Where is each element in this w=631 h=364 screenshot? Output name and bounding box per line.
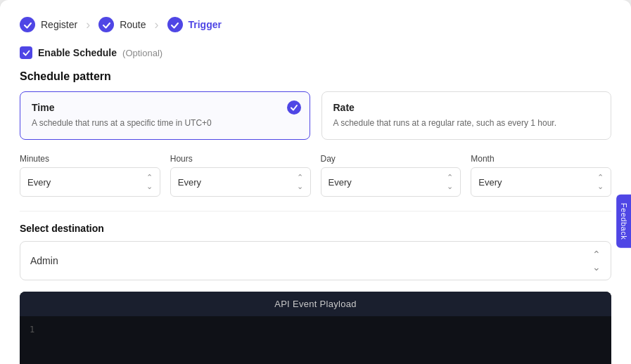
pattern-card-time-check <box>287 100 301 115</box>
enable-schedule-optional: (Optional) <box>122 48 162 58</box>
chevron-hours-icon: ⌃⌄ <box>297 173 303 191</box>
step-trigger-label: Trigger <box>189 19 222 30</box>
field-group-hours: Hours Every ⌃⌄ <box>170 154 311 197</box>
field-select-day[interactable]: Every ⌃⌄ <box>321 167 461 197</box>
step-route-label: Route <box>120 19 146 30</box>
destination-select[interactable]: Admin ⌃ ⌄ <box>20 241 611 280</box>
chevron-minutes-icon: ⌃⌄ <box>146 173 153 191</box>
chevron-day-icon: ⌃⌄ <box>447 173 453 191</box>
field-select-minutes[interactable]: Every ⌃⌄ <box>20 167 160 197</box>
line-number-1: 1 <box>30 325 34 334</box>
pattern-card-rate[interactable]: Rate A schedule that runs at a regular r… <box>321 91 612 140</box>
step-trigger: Trigger <box>167 17 222 32</box>
api-panel-header: API Event Playload <box>20 292 611 316</box>
main-window: Register › Route › Trigger Enable Schedu… <box>0 0 631 364</box>
pattern-card-rate-desc: A schedule that runs at a regular rate, … <box>333 117 600 129</box>
chevron-month-icon: ⌃⌄ <box>597 173 604 191</box>
schedule-fields: Minutes Every ⌃⌄ Hours Every ⌃⌄ Day Ever… <box>20 154 611 197</box>
step-register-icon <box>20 17 35 32</box>
stepper: Register › Route › Trigger <box>20 17 611 32</box>
field-label-month: Month <box>471 154 611 164</box>
enable-schedule-row: Enable Schedule (Optional) <box>20 46 611 59</box>
step-register: Register <box>20 17 77 32</box>
destination-label: Select destination <box>20 223 611 234</box>
pattern-card-rate-title: Rate <box>333 102 600 113</box>
chevron-destination-icon: ⌃ ⌄ <box>592 249 601 273</box>
api-panel: API Event Playload 1 <box>20 292 611 364</box>
enable-schedule-label: Enable Schedule <box>38 47 117 58</box>
step-arrow-2: › <box>155 18 159 32</box>
field-group-minutes: Minutes Every ⌃⌄ <box>20 154 160 197</box>
feedback-tab[interactable]: Feedback <box>616 195 631 248</box>
step-register-label: Register <box>41 19 77 30</box>
field-select-month-value: Every <box>478 177 502 188</box>
pattern-cards: Time A schedule that runs at a specific … <box>20 91 611 140</box>
enable-schedule-checkbox[interactable] <box>20 46 32 59</box>
field-select-hours[interactable]: Every ⌃⌄ <box>170 167 311 197</box>
pattern-card-time[interactable]: Time A schedule that runs at a specific … <box>20 91 310 140</box>
pattern-card-time-desc: A schedule that runs at a specific time … <box>32 117 298 129</box>
step-route-icon <box>98 17 114 32</box>
field-select-minutes-value: Every <box>27 177 51 188</box>
field-label-minutes: Minutes <box>20 154 160 164</box>
field-select-day-value: Every <box>329 177 352 188</box>
api-panel-body[interactable]: 1 <box>20 316 611 364</box>
step-route: Route <box>98 17 146 32</box>
schedule-pattern-title: Schedule pattern <box>20 70 611 83</box>
destination-value: Admin <box>30 255 58 266</box>
field-select-month[interactable]: Every ⌃⌄ <box>471 167 611 197</box>
field-label-hours: Hours <box>170 154 311 164</box>
divider <box>20 211 611 212</box>
step-trigger-icon <box>167 17 183 32</box>
field-select-hours-value: Every <box>178 177 201 188</box>
field-group-day: Day Every ⌃⌄ <box>321 154 461 197</box>
field-group-month: Month Every ⌃⌄ <box>471 154 611 197</box>
step-arrow-1: › <box>86 18 90 32</box>
field-label-day: Day <box>321 154 461 164</box>
pattern-card-time-title: Time <box>32 102 298 113</box>
